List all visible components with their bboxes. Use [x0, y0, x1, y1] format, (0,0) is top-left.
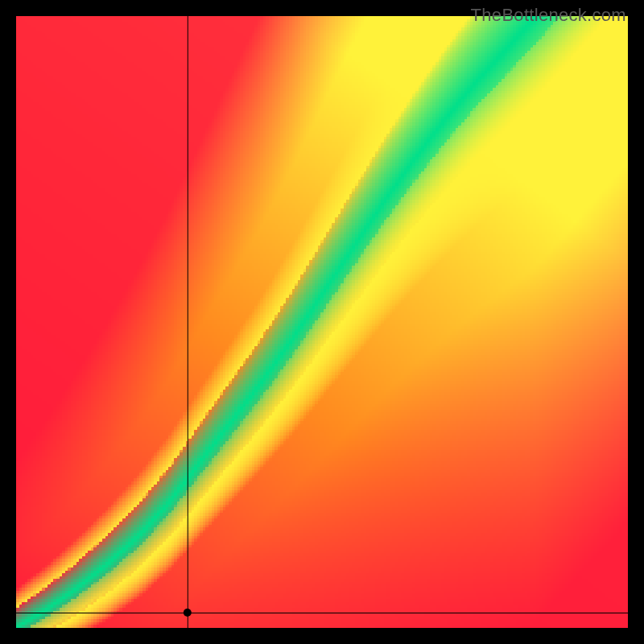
watermark-text: TheBottleneck.com	[471, 5, 626, 26]
heatmap-canvas	[0, 0, 644, 644]
chart-container: TheBottleneck.com	[0, 0, 644, 644]
